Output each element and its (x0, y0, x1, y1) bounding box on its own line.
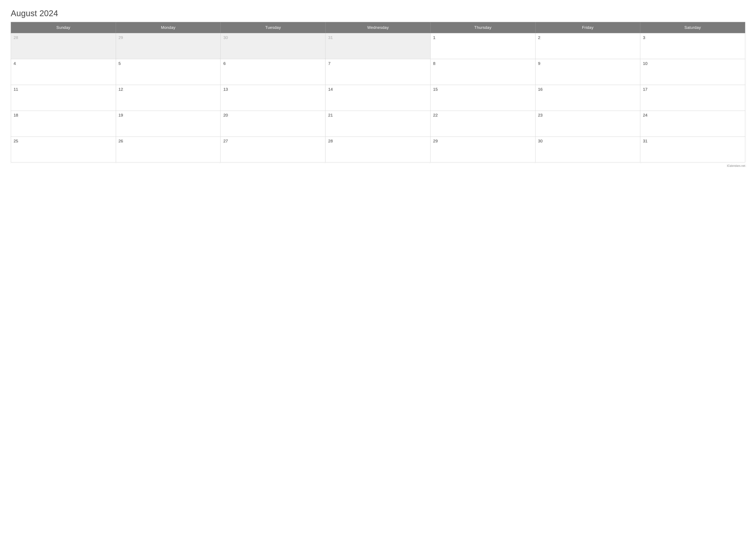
day-of-week-header-tuesday: Tuesday (221, 22, 326, 33)
day-number: 22 (433, 113, 438, 117)
calendar-day-cell[interactable]: 25 (11, 137, 116, 163)
day-number: 30 (223, 35, 228, 40)
calendar-day-cell[interactable]: 19 (116, 111, 221, 137)
day-number: 16 (538, 87, 543, 91)
day-number: 29 (433, 139, 438, 143)
day-number: 31 (328, 35, 333, 40)
day-number: 12 (119, 87, 123, 91)
calendar-day-cell[interactable]: 31 (640, 137, 745, 163)
calendar-day-cell[interactable]: 28 (11, 33, 116, 59)
calendar-day-cell[interactable]: 26 (116, 137, 221, 163)
calendar-title: August 2024 (11, 9, 745, 18)
day-number: 14 (328, 87, 333, 91)
calendar-table: SundayMondayTuesdayWednesdayThursdayFrid… (11, 22, 745, 163)
calendar-day-cell[interactable]: 30 (535, 137, 640, 163)
calendar-day-cell[interactable]: 17 (640, 85, 745, 111)
day-number: 18 (14, 113, 18, 117)
calendar-week-row: 25262728293031 (11, 137, 745, 163)
day-number: 25 (14, 139, 18, 143)
day-number: 30 (538, 139, 543, 143)
calendar-day-cell[interactable]: 23 (535, 111, 640, 137)
calendar-day-cell[interactable]: 7 (326, 59, 431, 85)
calendar-day-cell[interactable]: 13 (221, 85, 326, 111)
calendar-day-cell[interactable]: 14 (326, 85, 431, 111)
calendar-day-cell[interactable]: 12 (116, 85, 221, 111)
day-number: 11 (14, 87, 18, 91)
calendar-day-cell[interactable]: 21 (326, 111, 431, 137)
calendar-day-cell[interactable]: 16 (535, 85, 640, 111)
calendar-day-cell[interactable]: 9 (535, 59, 640, 85)
day-number: 8 (433, 61, 436, 66)
day-number: 29 (119, 35, 123, 40)
calendar-day-cell[interactable]: 18 (11, 111, 116, 137)
calendar-header: SundayMondayTuesdayWednesdayThursdayFrid… (11, 22, 745, 33)
calendar-day-cell[interactable]: 22 (430, 111, 535, 137)
day-number: 9 (538, 61, 540, 66)
day-number: 3 (643, 35, 645, 40)
day-number: 4 (14, 61, 16, 66)
day-number: 20 (223, 113, 228, 117)
calendar-footer: iCalendars.net (11, 164, 745, 167)
days-of-week-row: SundayMondayTuesdayWednesdayThursdayFrid… (11, 22, 745, 33)
calendar-day-cell[interactable]: 27 (221, 137, 326, 163)
day-number: 6 (223, 61, 226, 66)
calendar-day-cell[interactable]: 1 (430, 33, 535, 59)
day-of-week-header-thursday: Thursday (430, 22, 535, 33)
day-number: 13 (223, 87, 228, 91)
calendar-week-row: 11121314151617 (11, 85, 745, 111)
calendar-day-cell[interactable]: 28 (326, 137, 431, 163)
day-of-week-header-monday: Monday (116, 22, 221, 33)
day-number: 17 (643, 87, 647, 91)
calendar-day-cell[interactable]: 24 (640, 111, 745, 137)
day-number: 27 (223, 139, 228, 143)
calendar-day-cell[interactable]: 11 (11, 85, 116, 111)
day-number: 19 (119, 113, 123, 117)
day-number: 28 (328, 139, 333, 143)
calendar-day-cell[interactable]: 31 (326, 33, 431, 59)
calendar-day-cell[interactable]: 30 (221, 33, 326, 59)
day-number: 31 (643, 139, 647, 143)
day-number: 7 (328, 61, 331, 66)
calendar-day-cell[interactable]: 6 (221, 59, 326, 85)
day-number: 21 (328, 113, 333, 117)
day-number: 5 (119, 61, 121, 66)
day-of-week-header-sunday: Sunday (11, 22, 116, 33)
calendar-week-row: 45678910 (11, 59, 745, 85)
calendar-day-cell[interactable]: 5 (116, 59, 221, 85)
calendar-day-cell[interactable]: 3 (640, 33, 745, 59)
day-number: 2 (538, 35, 540, 40)
calendar-day-cell[interactable]: 29 (430, 137, 535, 163)
calendar-day-cell[interactable]: 8 (430, 59, 535, 85)
day-of-week-header-friday: Friday (535, 22, 640, 33)
day-number: 15 (433, 87, 438, 91)
calendar-week-row: 28293031123 (11, 33, 745, 59)
day-number: 26 (119, 139, 123, 143)
day-number: 1 (433, 35, 436, 40)
calendar-body: 2829303112345678910111213141516171819202… (11, 33, 745, 163)
day-number: 23 (538, 113, 543, 117)
day-of-week-header-saturday: Saturday (640, 22, 745, 33)
day-of-week-header-wednesday: Wednesday (326, 22, 431, 33)
calendar-day-cell[interactable]: 20 (221, 111, 326, 137)
calendar-day-cell[interactable]: 15 (430, 85, 535, 111)
day-number: 10 (643, 61, 647, 66)
calendar-week-row: 18192021222324 (11, 111, 745, 137)
calendar-day-cell[interactable]: 10 (640, 59, 745, 85)
calendar-day-cell[interactable]: 29 (116, 33, 221, 59)
day-number: 28 (14, 35, 18, 40)
day-number: 24 (643, 113, 647, 117)
calendar-day-cell[interactable]: 2 (535, 33, 640, 59)
calendar-day-cell[interactable]: 4 (11, 59, 116, 85)
